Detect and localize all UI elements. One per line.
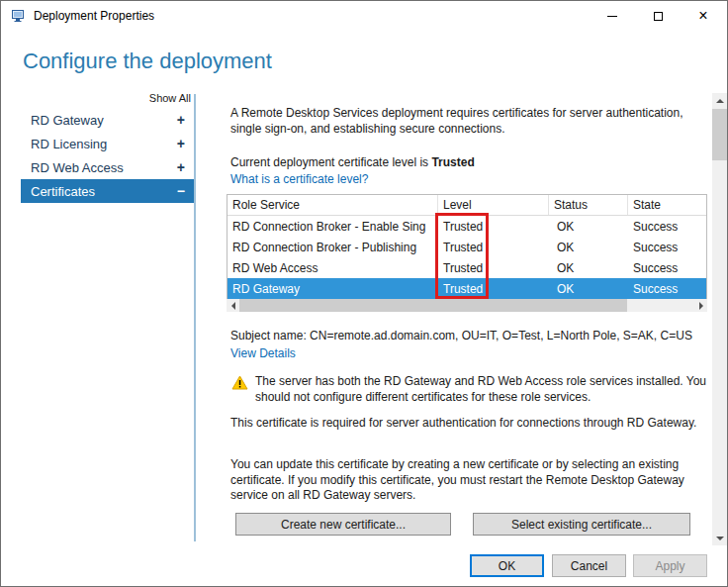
select-existing-certificate-button[interactable]: Select existing certificate... [473,513,690,536]
title-bar: Deployment Properties × [1,1,727,31]
expand-icon[interactable]: + [177,159,185,175]
cell-role-service: RD Web Access [228,261,438,275]
close-button[interactable]: × [681,1,726,31]
table-row[interactable]: RD Web Access Trusted OK Success [228,257,706,278]
create-new-certificate-button[interactable]: Create new certificate... [235,513,451,536]
vertical-scrollbar-thumb[interactable] [712,109,728,160]
subject-name-text: Subject name: CN=remote.ad.domain.com, O… [230,329,706,344]
table-row[interactable]: RD Connection Broker - Publishing Truste… [228,237,706,257]
certificate-level-prefix: Current deployment certificate level is [230,155,431,169]
cell-role-service: RD Connection Broker - Publishing [228,241,438,254]
certificate-level-value: Trusted [431,155,474,169]
sidebar-item-certificates[interactable]: Certificates − [21,179,194,203]
table-header-row: Role Service Level Status State [228,195,706,216]
cell-role-service: RD Gateway [228,282,438,296]
cell-status: OK [549,261,628,275]
cell-state: Success [628,282,706,296]
window-controls: × [590,1,726,31]
cell-role-service: RD Connection Broker - Enable Sing [228,220,438,234]
scroll-down-icon [716,537,724,540]
sidebar-item-rd-licensing[interactable]: RD Licensing + [21,132,194,155]
table-row-selected[interactable]: RD Gateway Trusted OK Success [228,278,706,299]
cell-level: Trusted [438,282,549,296]
scroll-left-icon [231,302,235,310]
sidebar-item-rd-gateway[interactable]: RD Gateway + [21,108,194,132]
cell-state: Success [628,220,706,234]
sidebar-nav: RD Gateway + RD Licensing + RD Web Acces… [21,108,194,203]
required-text: This certificate is required for server … [230,416,706,432]
apply-button: Apply [633,554,707,577]
cell-state: Success [628,261,706,275]
scroll-left-button[interactable] [227,299,239,312]
cell-state: Success [628,241,706,254]
warning-text: The server has both the RD Gateway and R… [255,374,707,405]
maximize-icon [654,12,663,21]
cell-level: Trusted [438,241,549,254]
scroll-down-button[interactable] [712,531,728,545]
expand-icon[interactable]: + [177,112,185,128]
warning-icon [231,375,248,405]
warning-message: The server has both the RD Gateway and R… [231,374,707,405]
page-title: Configure the deployment [23,49,272,74]
sidebar-item-label: RD Gateway [31,113,104,128]
column-header-status[interactable]: Status [549,195,628,215]
cell-level: Trusted [438,220,549,234]
sidebar-item-rd-web-access[interactable]: RD Web Access + [21,155,194,179]
scroll-up-button[interactable] [712,93,728,108]
deployment-properties-dialog: Deployment Properties × Configure the de… [0,0,728,587]
vertical-scrollbar[interactable] [712,93,728,545]
column-header-role-service[interactable]: Role Service [228,195,438,215]
close-icon: × [698,8,707,24]
show-all-link[interactable]: Show All [21,92,191,104]
sidebar-item-label: Certificates [31,184,95,199]
window-title: Deployment Properties [34,9,154,23]
scroll-right-icon [699,302,703,310]
ok-button[interactable]: OK [470,554,544,577]
sidebar-item-label: RD Licensing [31,137,107,151]
cancel-button[interactable]: Cancel [552,554,626,577]
intro-text: A Remote Desktop Services deployment req… [230,106,706,137]
certificate-level-text: Current deployment certificate level is … [230,155,706,171]
sidebar-divider [194,94,196,541]
certificate-level-link[interactable]: What is a certificate level? [230,172,368,186]
sidebar-item-label: RD Web Access [31,160,124,175]
horizontal-scrollbar-thumb[interactable] [239,299,627,312]
column-header-state[interactable]: State [628,195,706,215]
scroll-right-button[interactable] [694,299,707,312]
view-details-link[interactable]: View Details [230,346,296,360]
update-text: You can update this certificate by creat… [230,457,706,504]
table-row[interactable]: RD Connection Broker - Enable Sing Trust… [228,216,706,237]
table-horizontal-scrollbar[interactable] [227,299,707,312]
certificate-table: Role Service Level Status State RD Conne… [227,194,707,300]
cell-status: OK [549,282,628,296]
minimize-icon [607,16,617,17]
maximize-button[interactable] [635,1,681,31]
expand-icon[interactable]: + [177,136,185,151]
cell-level: Trusted [438,261,549,275]
minimize-button[interactable] [590,1,635,31]
cell-status: OK [549,220,628,234]
collapse-icon[interactable]: − [177,183,185,199]
app-icon [11,8,27,24]
scroll-up-icon [716,99,724,103]
cell-status: OK [549,241,628,254]
column-header-level[interactable]: Level [438,195,549,215]
